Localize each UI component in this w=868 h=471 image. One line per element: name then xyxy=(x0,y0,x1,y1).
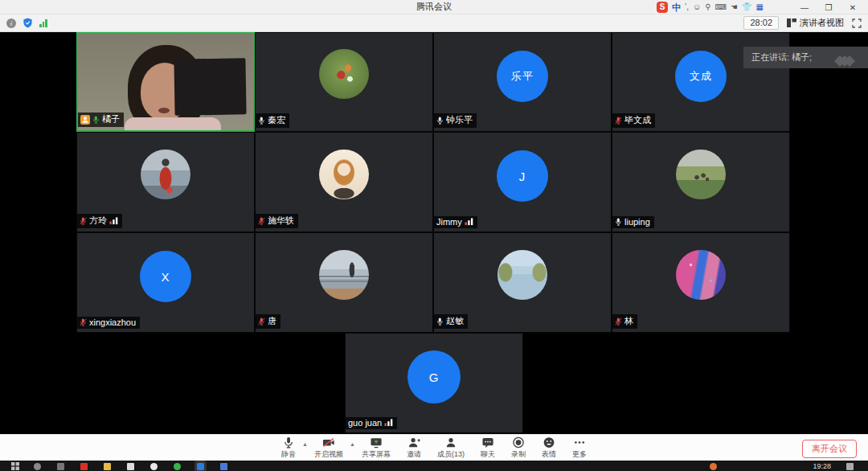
watermark-icon xyxy=(839,51,854,73)
mic-muted-icon xyxy=(80,317,87,327)
close-button[interactable]: ✕ xyxy=(841,3,865,12)
participant-name: 唐 xyxy=(268,315,276,327)
meeting-info-icon[interactable]: i xyxy=(6,18,16,28)
share-screen-icon xyxy=(370,436,383,448)
participant-tile-xingxiazhou[interactable]: X xingxiazhou xyxy=(76,232,255,333)
fullscreen-icon[interactable] xyxy=(852,18,862,28)
emoji-icon xyxy=(542,436,555,448)
mic-muted-icon xyxy=(615,116,622,125)
avatar xyxy=(141,149,190,199)
ime-keyboard-icon[interactable]: ⌨ xyxy=(715,2,727,13)
mute-button[interactable]: 静音 xyxy=(281,436,296,460)
mute-options-caret[interactable]: ▲ xyxy=(302,441,308,447)
participant-tile-qinhong[interactable]: 秦宏 xyxy=(255,32,433,132)
file-explorer-icon[interactable] xyxy=(104,463,111,470)
microphone-icon xyxy=(282,436,295,448)
security-shield-icon[interactable] xyxy=(23,18,33,28)
avatar xyxy=(676,149,726,199)
participant-name: liuping xyxy=(624,217,650,227)
mic-on-icon xyxy=(258,116,265,125)
host-badge-icon xyxy=(80,115,90,125)
ime-skin-icon[interactable]: 👕 xyxy=(742,2,751,13)
taskbar-app-red[interactable] xyxy=(80,463,88,470)
chat-button[interactable]: 聊天 xyxy=(481,436,495,460)
speaker-view-button[interactable]: 演讲者视图 xyxy=(787,17,844,29)
avatar-initials: 乐平 xyxy=(497,51,548,102)
start-video-button[interactable]: 开启视频 xyxy=(314,436,343,460)
taskbar-app-circle[interactable] xyxy=(150,463,158,470)
avatar xyxy=(319,250,369,300)
record-button[interactable]: 录制 xyxy=(511,436,526,460)
emoji-button[interactable]: 表情 xyxy=(542,436,556,460)
participant-name: 秦宏 xyxy=(268,114,285,126)
meeting-control-bar: 静音 ▲ 开启视频 ▲ 共享屏幕 xyxy=(0,434,868,461)
record-icon xyxy=(512,436,525,448)
invite-icon xyxy=(407,436,420,448)
participant-name: 毕文成 xyxy=(624,114,651,126)
restore-button[interactable]: ❐ xyxy=(817,3,841,12)
participant-tile-lin[interactable]: 林 xyxy=(612,232,790,333)
participant-tile-fangling[interactable]: 方玲 xyxy=(76,132,255,232)
meeting-app-taskbar-icon[interactable] xyxy=(197,463,204,470)
avatar-initials: X xyxy=(140,251,191,302)
ime-emoji-icon[interactable]: ☺ xyxy=(693,2,701,13)
taskbar-app-blue[interactable] xyxy=(220,463,227,470)
participant-name: 橘子 xyxy=(102,113,120,125)
participant-tile-jimmy[interactable]: J Jimmy xyxy=(433,132,612,232)
sogou-icon[interactable]: S xyxy=(657,2,668,13)
participant-namebar: 橘子 xyxy=(78,113,124,127)
mic-muted-icon xyxy=(615,317,622,326)
participant-name: 钟乐平 xyxy=(446,114,473,126)
chat-icon xyxy=(481,436,494,448)
network-signal-icon[interactable] xyxy=(39,18,47,27)
minimize-button[interactable]: — xyxy=(792,3,817,12)
more-button[interactable]: 更多 xyxy=(572,436,587,460)
ime-tray[interactable]: S 中 ’, ☺ ⚲ ⌨ ☚ 👕 ▦ xyxy=(657,1,764,14)
meeting-timer: 28:02 xyxy=(743,16,779,30)
window-titlebar: 腾讯会议 S 中 ’, ☺ ⚲ ⌨ ☚ 👕 ▦ — ❐ ✕ xyxy=(0,0,868,14)
leave-meeting-button[interactable]: 离开会议 xyxy=(802,440,857,458)
avatar xyxy=(676,250,726,300)
taskbar-app-white[interactable] xyxy=(127,463,134,470)
participant-name: Jimmy xyxy=(436,217,462,227)
ime-voice-icon[interactable]: ⚲ xyxy=(705,2,710,13)
invite-button[interactable]: 邀请 xyxy=(407,436,421,460)
participant-name: 方玲 xyxy=(89,215,107,227)
show-desktop-icon[interactable] xyxy=(846,463,854,470)
speaking-indicator-banner: 正在讲话: 橘子; xyxy=(743,47,868,68)
avatar xyxy=(497,250,547,300)
participant-name: 施华轶 xyxy=(268,215,294,227)
taskbar-clock[interactable]: 19:28 xyxy=(813,462,831,470)
more-dots-icon xyxy=(573,436,586,448)
meeting-topbar: i 28:02 演讲者视图 xyxy=(0,14,868,32)
mic-on-icon xyxy=(436,317,444,326)
participant-name: xingxiazhou xyxy=(89,317,136,327)
weak-signal-icon xyxy=(384,419,393,427)
taskbar-app-green[interactable] xyxy=(174,463,181,470)
ime-toolbox-icon[interactable]: ▦ xyxy=(756,2,764,13)
avatar-initials: 文成 xyxy=(675,51,727,102)
start-button-icon[interactable] xyxy=(11,462,19,470)
ime-punctuation-icon[interactable]: ’, xyxy=(685,2,689,13)
participant-name: 赵敏 xyxy=(446,315,464,327)
participant-tile-tang[interactable]: 唐 xyxy=(255,232,433,333)
members-button[interactable]: 成员(13) xyxy=(437,436,465,460)
share-screen-button[interactable]: 共享屏幕 xyxy=(362,436,391,460)
ime-lang-indicator[interactable]: 中 xyxy=(672,2,681,14)
tray-app-orange[interactable] xyxy=(710,463,717,470)
mic-on-icon xyxy=(436,116,444,125)
windows-taskbar[interactable]: 19:28 xyxy=(0,461,868,471)
participant-tile-liuping[interactable]: liuping xyxy=(612,132,790,232)
mic-muted-icon xyxy=(258,216,265,226)
task-view-icon[interactable] xyxy=(57,463,64,470)
mic-muted-icon xyxy=(258,317,265,326)
search-icon[interactable] xyxy=(34,463,41,470)
participant-tile-juzi[interactable]: 橘子 xyxy=(76,32,255,132)
participant-tile-zhongleping[interactable]: 乐平 钟乐平 xyxy=(433,32,612,132)
weak-signal-icon xyxy=(109,217,118,225)
video-options-caret[interactable]: ▲ xyxy=(350,441,355,447)
participant-tile-zhaomin[interactable]: 赵敏 xyxy=(433,232,612,333)
ime-hand-icon[interactable]: ☚ xyxy=(731,2,738,13)
participant-tile-guojuan[interactable]: G guo juan xyxy=(345,333,523,433)
participant-tile-shihuayi[interactable]: 施华轶 xyxy=(255,132,433,232)
